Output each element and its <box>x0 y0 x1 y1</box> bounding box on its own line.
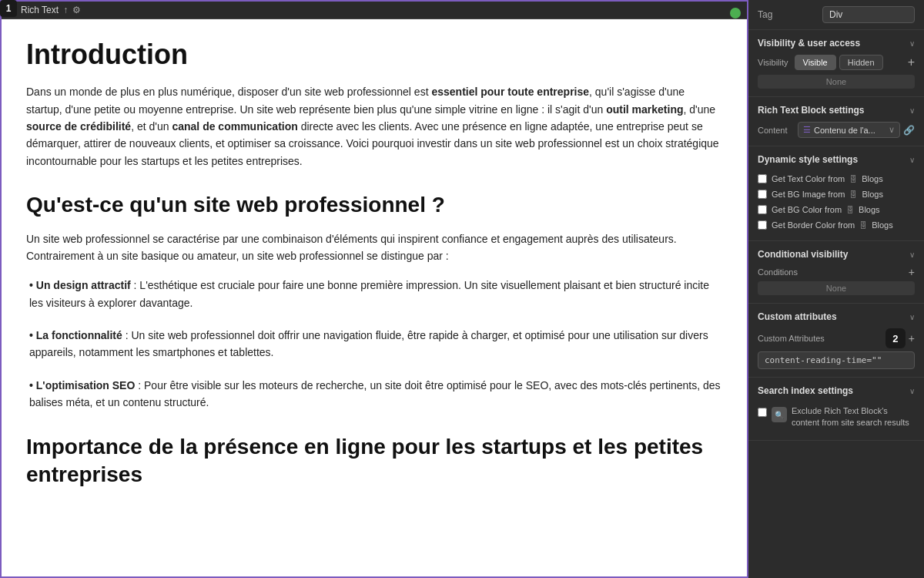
visibility-label: Visibility <box>758 58 788 67</box>
search-index-description: Exclude Rich Text Block's content from s… <box>792 405 915 429</box>
dynamic-checkbox-4-input[interactable] <box>758 220 767 230</box>
dynamic-checkbox-4: Get Border Color from 🗄 Blogs <box>758 217 915 233</box>
step-badge-1: 1 <box>0 0 17 17</box>
add-custom-attr-button[interactable]: + <box>909 332 915 344</box>
search-index-row: 🔍 Exclude Rich Text Block's content from… <box>758 402 915 432</box>
search-index-title: Search index settings <box>758 385 853 396</box>
custom-attr-row: Custom Attributes 2 + <box>758 328 915 348</box>
section-conditional: Conditional visibility ∨ Conditions + No… <box>748 241 924 304</box>
tag-label: Tag <box>758 9 772 20</box>
toolbar: ☰ Rich Text ↑ ⚙ <box>2 2 747 19</box>
content-value: Contenu de l'a... <box>814 126 875 135</box>
dynamic-db-icon-2: 🗄 <box>849 190 857 199</box>
article-heading-2: Qu'est-ce qu'un site web professionnel ? <box>26 191 722 219</box>
conditions-row: Conditions + <box>758 266 915 278</box>
dynamic-checkbox-1: Get Text Color from 🗄 Blogs <box>758 171 915 187</box>
tag-row: Tag Div Section Article Span <box>748 0 924 30</box>
main-content: ☰ Rich Text ↑ ⚙ Introduction Dans un mon… <box>0 0 748 578</box>
visibility-title: Visibility & user access <box>758 38 860 49</box>
hidden-button[interactable]: Hidden <box>839 55 883 70</box>
section-visibility-header: Visibility & user access ∨ <box>758 38 915 49</box>
rich-text-block-title: Rich Text Block settings <box>758 105 864 116</box>
custom-attributes-chevron[interactable]: ∨ <box>909 313 915 321</box>
section-visibility: Visibility & user access ∨ Visibility Vi… <box>748 30 924 97</box>
dynamic-db-name-1: Blogs <box>862 174 883 183</box>
add-condition-button[interactable]: + <box>909 266 915 278</box>
section-dynamic-style: Dynamic style settings ∨ Get Text Color … <box>748 146 924 241</box>
step-badge-2-inline: 2 <box>886 328 906 348</box>
visibility-none-badge: None <box>758 75 915 89</box>
section-custom-attributes: Custom attributes ∨ Custom Attributes 2 … <box>748 304 924 378</box>
dynamic-checkbox-1-input[interactable] <box>758 174 767 183</box>
dynamic-label-4: Get Border Color from <box>772 220 855 230</box>
dynamic-db-name-3: Blogs <box>859 205 880 214</box>
tag-select[interactable]: Div Section Article Span <box>822 6 915 23</box>
visibility-buttons-row: Visibility Visible Hidden + <box>758 55 915 70</box>
article-heading-3: Importance de la présence en ligne pour … <box>26 433 722 489</box>
content-row: Content ☰ Contenu de l'a... ∨ 🔗 <box>758 122 915 138</box>
dynamic-db-icon-4: 🗄 <box>859 221 867 230</box>
dynamic-db-name-2: Blogs <box>862 190 883 199</box>
section-search-index: Search index settings ∨ 🔍 Exclude Rich T… <box>748 378 924 441</box>
conditions-label: Conditions <box>758 267 798 277</box>
green-dot <box>730 8 741 18</box>
dynamic-style-chevron[interactable]: ∨ <box>909 156 915 164</box>
section-custom-header: Custom attributes ∨ <box>758 311 915 322</box>
article-body: Introduction Dans un monde de plus en pl… <box>2 19 747 518</box>
custom-attr-value[interactable]: content-reading-time="" <box>758 351 915 369</box>
section-rich-text: Rich Text Block settings ∨ Content ☰ Con… <box>748 97 924 146</box>
link-icon[interactable]: 🔗 <box>903 125 915 136</box>
bullet-1: • Un design attractif : L'esthétique est… <box>26 277 722 311</box>
dynamic-checkbox-3: Get BG Color from 🗄 Blogs <box>758 202 915 217</box>
search-index-checkbox[interactable] <box>758 408 767 417</box>
visible-button[interactable]: Visible <box>795 55 836 70</box>
content-select-box[interactable]: ☰ Contenu de l'a... ∨ <box>798 122 900 138</box>
right-panel: Tag Div Section Article Span Visibility … <box>748 0 924 578</box>
content-chevron: ∨ <box>889 125 895 135</box>
conditional-chevron[interactable]: ∨ <box>909 250 915 259</box>
bullet-2: • La fonctionnalité : Un site web profes… <box>26 327 722 361</box>
gear-icon[interactable]: ⚙ <box>72 5 81 15</box>
article-paragraph-2: Un site web professionnel se caractérise… <box>26 230 722 265</box>
element-label: Rich Text <box>21 5 59 15</box>
dynamic-label-1: Get Text Color from <box>772 174 845 183</box>
dynamic-label-3: Get BG Color from <box>772 205 842 214</box>
add-visibility-button[interactable]: + <box>908 55 915 69</box>
up-icon[interactable]: ↑ <box>63 5 68 15</box>
search-index-chevron[interactable]: ∨ <box>909 387 915 395</box>
section-conditional-header: Conditional visibility ∨ <box>758 249 915 260</box>
conditional-title: Conditional visibility <box>758 249 848 260</box>
content-icon: ☰ <box>803 125 811 135</box>
article-paragraph-1: Dans un monde de plus en plus numérique,… <box>26 83 722 170</box>
dynamic-checkbox-2: Get BG Image from 🗄 Blogs <box>758 187 915 202</box>
dynamic-checkbox-2-input[interactable] <box>758 190 767 199</box>
article-heading-1: Introduction <box>26 38 722 71</box>
dynamic-style-title: Dynamic style settings <box>758 154 858 165</box>
bullet-3: • L'optimisation SEO : Pour être visible… <box>26 377 722 412</box>
section-rich-text-header: Rich Text Block settings ∨ <box>758 105 915 116</box>
dynamic-label-2: Get BG Image from <box>772 190 845 199</box>
section-search-header: Search index settings ∨ <box>758 385 915 396</box>
custom-attr-label: Custom Attributes <box>758 334 825 343</box>
search-index-icon: 🔍 <box>772 407 787 422</box>
dynamic-db-name-4: Blogs <box>872 220 893 230</box>
rich-text-chevron[interactable]: ∨ <box>909 106 915 115</box>
content-label: Content <box>758 126 795 135</box>
conditions-none-badge: None <box>758 281 915 295</box>
visibility-chevron[interactable]: ∨ <box>909 39 915 48</box>
dynamic-db-icon-3: 🗄 <box>846 206 854 214</box>
section-dynamic-header: Dynamic style settings ∨ <box>758 154 915 165</box>
custom-attributes-title: Custom attributes <box>758 311 837 322</box>
dynamic-checkbox-3-input[interactable] <box>758 205 767 214</box>
dynamic-db-icon-1: 🗄 <box>849 175 857 183</box>
